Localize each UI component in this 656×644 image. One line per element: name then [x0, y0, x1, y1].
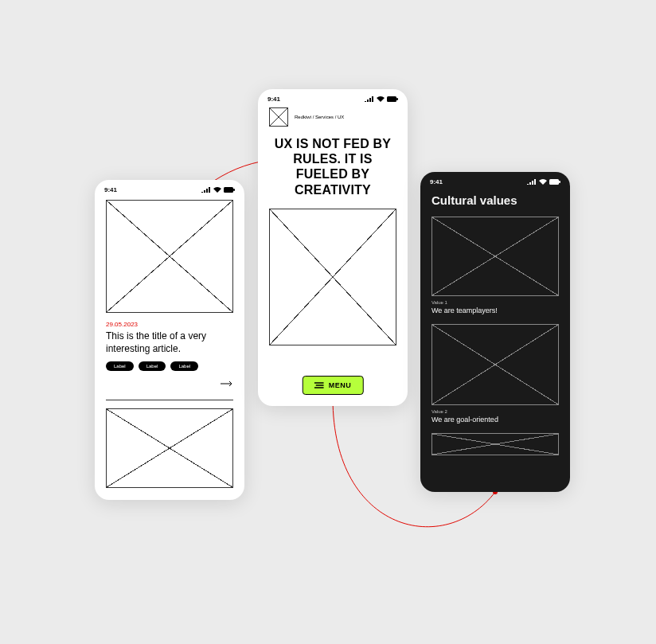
value-text: We are teamplayers!	[431, 306, 559, 314]
tag-chips: Label Label Label	[106, 361, 233, 371]
battery-icon	[387, 96, 398, 102]
value-caption: Value 2	[431, 409, 559, 414]
phone-values: 9:41 Cultural values Value 1 We are team…	[420, 172, 570, 492]
value-text: We are goal-oriented	[431, 416, 559, 423]
image-placeholder	[106, 408, 233, 488]
battery-icon	[549, 179, 560, 185]
status-bar: 9:41	[95, 180, 244, 197]
signal-icon	[201, 187, 211, 193]
article-date: 29.05.2023	[106, 321, 233, 328]
status-bar: 9:41	[420, 172, 570, 189]
wireframe-canvas: 9:41 29.05.2023 This is the title of a v…	[0, 0, 656, 644]
battery-icon	[224, 187, 235, 193]
value-caption: Value 1	[431, 300, 559, 305]
menu-label: MENU	[329, 381, 352, 389]
section-title: Cultural values	[431, 193, 559, 207]
logo-placeholder	[269, 107, 288, 127]
status-time: 9:41	[104, 186, 117, 193]
hero-title: UX IS NOT FED BY RULES. IT IS FUELED BY …	[269, 136, 396, 197]
image-placeholder	[106, 200, 233, 313]
wifi-icon	[377, 96, 385, 102]
status-icons	[201, 187, 235, 193]
image-placeholder	[431, 433, 559, 455]
svg-rect-9	[559, 181, 560, 183]
wifi-icon	[213, 187, 221, 193]
arrow-right-icon[interactable]	[221, 381, 233, 387]
image-placeholder	[269, 209, 396, 345]
tag-chip[interactable]: Label	[139, 361, 166, 371]
svg-rect-6	[387, 96, 396, 102]
status-bar: 9:41	[258, 89, 408, 106]
svg-rect-7	[396, 98, 398, 100]
menu-button[interactable]: MENU	[303, 376, 364, 395]
image-placeholder	[431, 324, 559, 405]
status-time: 9:41	[430, 178, 443, 185]
signal-icon	[527, 179, 537, 185]
wifi-icon	[539, 179, 547, 185]
svg-rect-5	[233, 189, 235, 191]
status-time: 9:41	[267, 96, 280, 103]
tag-chip[interactable]: Label	[106, 361, 134, 371]
image-placeholder	[431, 217, 559, 296]
phone-hero: 9:41 Redkiwi / Services / UX UX IS NOT F…	[258, 89, 408, 406]
divider	[106, 400, 233, 400]
svg-rect-8	[549, 179, 559, 185]
tag-chip[interactable]: Label	[170, 361, 198, 371]
signal-icon	[365, 96, 374, 102]
svg-rect-4	[224, 187, 233, 193]
phone-article: 9:41 29.05.2023 This is the title of a v…	[95, 180, 244, 500]
status-icons	[527, 179, 560, 185]
breadcrumb[interactable]: Redkiwi / Services / UX	[295, 115, 344, 119]
article-title: This is the title of a very interesting …	[106, 330, 233, 355]
menu-icon	[314, 382, 324, 388]
status-icons	[365, 96, 398, 102]
